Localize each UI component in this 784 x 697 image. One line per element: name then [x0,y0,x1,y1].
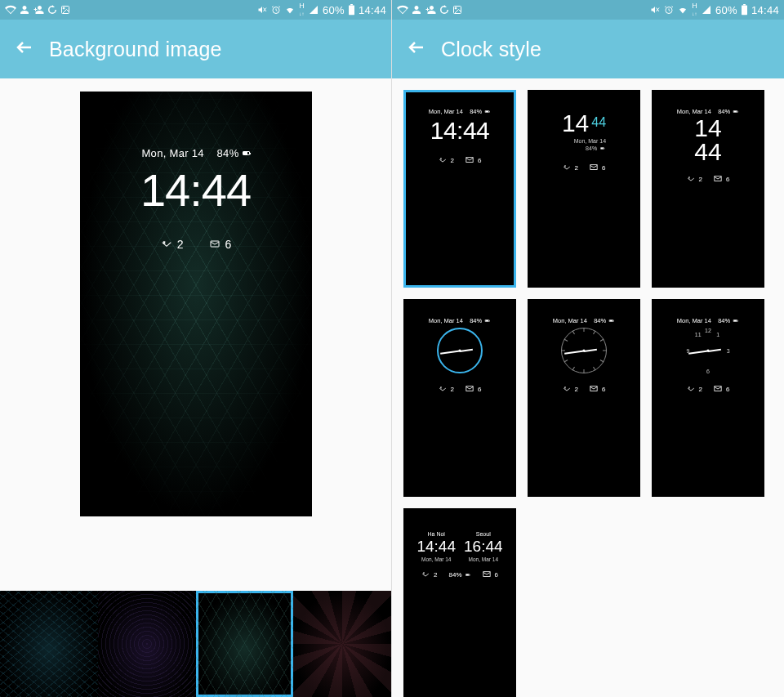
clock-style-digital-3[interactable]: Mon, Mar 14 84% 14 44 2 6 [652,90,764,288]
svg-marker-9 [444,5,447,7]
wallpaper-thumb-3[interactable] [196,591,294,697]
missed-call-icon [439,385,447,393]
gallery-icon [60,5,70,15]
style-grid-scroll[interactable]: Mon, Mar 14 84% 14:44 2 6 1444 [392,78,784,697]
battery-mini-icon [733,110,737,113]
battery-icon [741,4,748,16]
style-time: 1444 Mon, Mar 14 84% [562,111,606,152]
battery-pct: 60% [715,4,737,16]
wallpaper-thumbs [0,591,391,697]
preview-notif-row: 2 6 [80,238,312,251]
page-title: Background image [49,38,222,61]
battery-pct: 60% [323,4,345,16]
person-icon [412,5,421,15]
message-icon [590,163,598,172]
analog-clock-icon [437,328,483,373]
message-icon [483,570,491,579]
clock-style-dual[interactable]: Ha Noi 14:44 Mon, Mar 14 Seoul 16:44 Mon… [403,508,516,697]
status-clock: 14:44 [751,4,779,16]
wallpaper-thumb-1[interactable] [0,591,98,697]
app-bar: Background image [0,20,391,78]
preview-date-row: Mon, Mar 14 84% [141,147,249,159]
back-button[interactable] [407,38,426,60]
mute-icon [256,5,268,15]
status-left-icons [397,4,462,16]
svg-point-11 [455,7,457,9]
mute-icon [649,5,661,15]
back-arrow-icon [15,38,34,57]
page-title: Clock style [441,38,541,61]
person-add-icon [425,5,436,15]
svg-rect-10 [454,7,461,14]
messages: 6 [208,238,232,251]
preview-area: Mon, Mar 14 84% 14:44 2 6 [0,78,391,591]
wifi-notif-icon [5,4,16,16]
preview-battery: 84% [217,147,239,159]
battery-mini-icon [733,319,737,322]
signal-icon [701,5,712,15]
preview-time: 14:44 [80,163,312,217]
wallpaper-thumb-2[interactable] [98,591,196,697]
svg-marker-0 [52,5,55,7]
analog-clock-icon [561,328,607,373]
status-clock: 14:44 [359,4,386,16]
battery-mini-icon [243,151,250,155]
back-button[interactable] [15,38,34,60]
network-h-icon: H↓↑ [692,2,697,18]
battery-mini-icon [466,574,470,576]
alarm-icon [664,5,674,15]
battery-mini-icon [609,319,613,322]
missed-call-icon [687,175,695,183]
missed-call-icon [563,385,571,393]
battery-mini-icon [485,319,489,322]
clock-style-analog-1[interactable]: Mon, Mar 14 84% 2 6 [403,299,516,497]
gallery-icon [452,5,462,15]
missed-calls: 2 [160,238,184,251]
analog-clock-icon: 12 1 11 3 6 9 [685,328,731,373]
svg-rect-15 [742,5,747,15]
battery-icon [348,4,355,16]
app-bar: Clock style [392,20,784,78]
right-pane: H↓↑ 60% 14:44 Clock style Mon, Mar 14 84… [392,0,784,697]
sync-icon [47,5,57,15]
svg-rect-7 [350,4,353,5]
svg-rect-16 [743,4,746,5]
wallpaper-preview: Mon, Mar 14 84% 14:44 2 6 [80,92,312,516]
message-icon [714,175,722,183]
style-time: 14 44 [694,117,721,163]
back-arrow-icon [407,38,426,57]
clock-style-analog-3[interactable]: Mon, Mar 14 84% 12 1 11 3 6 9 [652,299,764,497]
battery-mini-icon [600,147,604,150]
svg-rect-6 [349,5,354,15]
svg-point-2 [63,7,65,9]
missed-call-icon [421,570,430,579]
wifi-icon [677,5,688,15]
missed-call-icon [563,163,571,172]
wifi-icon [284,5,296,15]
status-left-icons [5,4,70,16]
dual-clock: Ha Noi 14:44 Mon, Mar 14 Seoul 16:44 Mon… [416,531,502,562]
network-h-icon: H↓↑ [299,2,305,18]
person-icon [20,5,29,15]
wallpaper-thumb-4[interactable] [293,591,391,697]
message-icon [466,385,474,393]
message-icon [466,156,474,164]
clock-style-analog-2[interactable]: Mon, Mar 14 84% [528,299,640,497]
wifi-notif-icon [397,4,408,16]
clock-style-digital-1[interactable]: Mon, Mar 14 84% 14:44 2 6 [403,90,516,288]
left-pane: H↓↑ 60% 14:44 Background image Mon, Mar … [0,0,392,697]
status-right-icons: H↓↑ 60% 14:44 [256,2,386,18]
style-time: 14:44 [430,117,490,145]
message-icon [714,385,722,393]
style-grid: Mon, Mar 14 84% 14:44 2 6 1444 [403,90,782,697]
status-right-icons: H↓↑ 60% 14:44 [649,2,779,18]
sync-icon [439,5,449,15]
status-bar: H↓↑ 60% 14:44 [392,0,784,20]
missed-call-icon [439,156,447,164]
status-bar: H↓↑ 60% 14:44 [0,0,391,20]
message-icon [590,385,598,393]
person-add-icon [33,5,44,15]
signal-icon [308,5,319,15]
missed-call-icon [160,239,173,250]
clock-style-digital-2[interactable]: 1444 Mon, Mar 14 84% 2 6 [528,90,640,288]
